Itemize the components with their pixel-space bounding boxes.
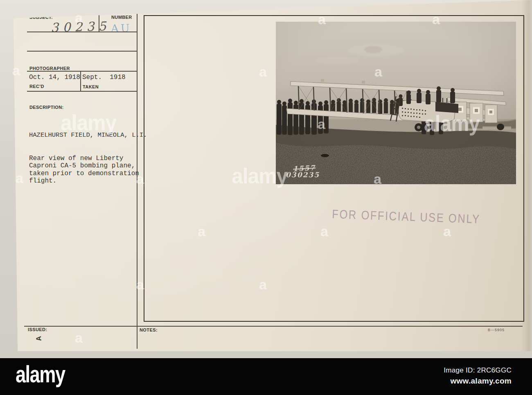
photographer-label: PHOTOGRAPHER (29, 66, 70, 71)
description-line: Rear view of new Liberty (29, 155, 123, 162)
subject-label: SUBJECT: (29, 15, 53, 20)
number-label: NUMBER (111, 15, 132, 20)
form-line (27, 71, 137, 72)
notes-label: NOTES: (140, 328, 158, 332)
received-label: REC'D (29, 84, 44, 89)
taken-date: Sept. 1918 (82, 74, 126, 81)
alamy-logo: alamy (16, 362, 65, 386)
alamy-footer-bar: alamy Image ID: 2RC6GGC www.alamy.com (0, 358, 532, 395)
photo-vignette (276, 22, 516, 184)
alamy-url: www.alamy.com (444, 377, 512, 386)
issued-label: ISSUED: (28, 327, 47, 332)
card-edge-shadow (521, 0, 532, 351)
footer-meta: Image ID: 2RC6GGC www.alamy.com (444, 366, 512, 386)
issued-notes-line (24, 326, 523, 327)
date-divider (80, 71, 81, 91)
location-line: HAZELHURST FIELD, MINEOLA, L.I. (29, 131, 147, 139)
form-code: B—5905 (488, 328, 505, 332)
received-date: Oct. 14, 1918 (29, 74, 80, 81)
number-stamp-au: AU (111, 22, 132, 35)
taken-label: TAKEN (83, 85, 99, 89)
issued-value-typed: A (35, 336, 43, 341)
description-line: Caproni CA-5 bombing plane, (29, 162, 135, 169)
form-line (27, 51, 137, 52)
subject-number-divider (99, 14, 99, 32)
form-line (27, 32, 137, 32)
alamy-stock-photo-page: { "card": { "subject_label": "SUBJECT:",… (0, 0, 532, 395)
photograph-caproni-ca5: 1557 030235 (276, 22, 516, 184)
card-column-divider (137, 10, 138, 349)
archive-index-card: SUBJECT: 30235 NUMBER AU PHOTOGRAPHER Oc… (10, 0, 532, 351)
photo-number: 030235 (286, 171, 320, 179)
description-line: flight. (29, 177, 56, 185)
description-line: taken prior to demonstration (29, 170, 139, 177)
image-id: Image ID: 2RC6GGC (444, 366, 512, 375)
description-label: DESCRIPTION: (29, 105, 64, 110)
subject-number-handwritten: 30235 (51, 19, 110, 35)
form-line (27, 91, 137, 92)
